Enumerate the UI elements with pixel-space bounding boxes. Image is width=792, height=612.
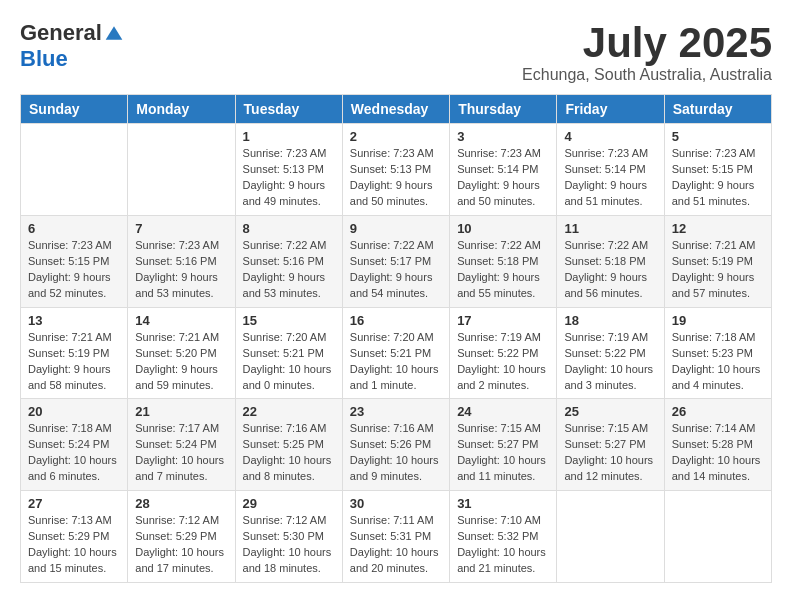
calendar-cell: 5Sunrise: 7:23 AMSunset: 5:15 PMDaylight… <box>664 124 771 216</box>
day-info: Sunrise: 7:23 AMSunset: 5:14 PMDaylight:… <box>457 146 549 210</box>
calendar-cell: 10Sunrise: 7:22 AMSunset: 5:18 PMDayligh… <box>450 215 557 307</box>
day-info: Sunrise: 7:23 AMSunset: 5:13 PMDaylight:… <box>243 146 335 210</box>
day-info: Sunrise: 7:12 AMSunset: 5:29 PMDaylight:… <box>135 513 227 577</box>
calendar-cell: 14Sunrise: 7:21 AMSunset: 5:20 PMDayligh… <box>128 307 235 399</box>
calendar-cell: 1Sunrise: 7:23 AMSunset: 5:13 PMDaylight… <box>235 124 342 216</box>
day-info: Sunrise: 7:14 AMSunset: 5:28 PMDaylight:… <box>672 421 764 485</box>
day-info: Sunrise: 7:23 AMSunset: 5:13 PMDaylight:… <box>350 146 442 210</box>
day-info: Sunrise: 7:17 AMSunset: 5:24 PMDaylight:… <box>135 421 227 485</box>
day-info: Sunrise: 7:21 AMSunset: 5:19 PMDaylight:… <box>28 330 120 394</box>
column-header-friday: Friday <box>557 95 664 124</box>
calendar-cell: 19Sunrise: 7:18 AMSunset: 5:23 PMDayligh… <box>664 307 771 399</box>
calendar-cell: 21Sunrise: 7:17 AMSunset: 5:24 PMDayligh… <box>128 399 235 491</box>
column-header-wednesday: Wednesday <box>342 95 449 124</box>
day-info: Sunrise: 7:19 AMSunset: 5:22 PMDaylight:… <box>564 330 656 394</box>
calendar-week-row: 1Sunrise: 7:23 AMSunset: 5:13 PMDaylight… <box>21 124 772 216</box>
title-block: July 2025 Echunga, South Australia, Aust… <box>522 20 772 84</box>
calendar-cell: 26Sunrise: 7:14 AMSunset: 5:28 PMDayligh… <box>664 399 771 491</box>
day-info: Sunrise: 7:22 AMSunset: 5:18 PMDaylight:… <box>564 238 656 302</box>
calendar-cell: 6Sunrise: 7:23 AMSunset: 5:15 PMDaylight… <box>21 215 128 307</box>
day-number: 30 <box>350 496 442 511</box>
calendar-cell: 3Sunrise: 7:23 AMSunset: 5:14 PMDaylight… <box>450 124 557 216</box>
day-info: Sunrise: 7:15 AMSunset: 5:27 PMDaylight:… <box>457 421 549 485</box>
day-info: Sunrise: 7:11 AMSunset: 5:31 PMDaylight:… <box>350 513 442 577</box>
calendar-cell: 29Sunrise: 7:12 AMSunset: 5:30 PMDayligh… <box>235 491 342 583</box>
day-info: Sunrise: 7:16 AMSunset: 5:25 PMDaylight:… <box>243 421 335 485</box>
calendar-cell: 15Sunrise: 7:20 AMSunset: 5:21 PMDayligh… <box>235 307 342 399</box>
calendar-cell <box>21 124 128 216</box>
day-number: 22 <box>243 404 335 419</box>
calendar-header-row: SundayMondayTuesdayWednesdayThursdayFrid… <box>21 95 772 124</box>
column-header-saturday: Saturday <box>664 95 771 124</box>
day-number: 28 <box>135 496 227 511</box>
calendar-cell: 27Sunrise: 7:13 AMSunset: 5:29 PMDayligh… <box>21 491 128 583</box>
calendar-cell: 2Sunrise: 7:23 AMSunset: 5:13 PMDaylight… <box>342 124 449 216</box>
day-number: 6 <box>28 221 120 236</box>
calendar-cell: 16Sunrise: 7:20 AMSunset: 5:21 PMDayligh… <box>342 307 449 399</box>
calendar-cell: 24Sunrise: 7:15 AMSunset: 5:27 PMDayligh… <box>450 399 557 491</box>
day-info: Sunrise: 7:20 AMSunset: 5:21 PMDaylight:… <box>350 330 442 394</box>
day-number: 4 <box>564 129 656 144</box>
calendar-cell: 25Sunrise: 7:15 AMSunset: 5:27 PMDayligh… <box>557 399 664 491</box>
day-info: Sunrise: 7:23 AMSunset: 5:14 PMDaylight:… <box>564 146 656 210</box>
day-number: 9 <box>350 221 442 236</box>
day-number: 23 <box>350 404 442 419</box>
day-number: 2 <box>350 129 442 144</box>
day-number: 13 <box>28 313 120 328</box>
calendar-cell: 31Sunrise: 7:10 AMSunset: 5:32 PMDayligh… <box>450 491 557 583</box>
day-number: 19 <box>672 313 764 328</box>
day-info: Sunrise: 7:13 AMSunset: 5:29 PMDaylight:… <box>28 513 120 577</box>
day-info: Sunrise: 7:10 AMSunset: 5:32 PMDaylight:… <box>457 513 549 577</box>
calendar-cell: 4Sunrise: 7:23 AMSunset: 5:14 PMDaylight… <box>557 124 664 216</box>
day-info: Sunrise: 7:22 AMSunset: 5:16 PMDaylight:… <box>243 238 335 302</box>
logo-blue-text: Blue <box>20 46 68 72</box>
column-header-thursday: Thursday <box>450 95 557 124</box>
calendar-cell: 11Sunrise: 7:22 AMSunset: 5:18 PMDayligh… <box>557 215 664 307</box>
column-header-monday: Monday <box>128 95 235 124</box>
calendar-week-row: 6Sunrise: 7:23 AMSunset: 5:15 PMDaylight… <box>21 215 772 307</box>
day-number: 17 <box>457 313 549 328</box>
day-info: Sunrise: 7:18 AMSunset: 5:23 PMDaylight:… <box>672 330 764 394</box>
day-number: 24 <box>457 404 549 419</box>
day-number: 11 <box>564 221 656 236</box>
day-number: 1 <box>243 129 335 144</box>
calendar-cell: 28Sunrise: 7:12 AMSunset: 5:29 PMDayligh… <box>128 491 235 583</box>
svg-marker-0 <box>106 26 123 39</box>
calendar-cell: 13Sunrise: 7:21 AMSunset: 5:19 PMDayligh… <box>21 307 128 399</box>
calendar-cell <box>664 491 771 583</box>
day-info: Sunrise: 7:21 AMSunset: 5:19 PMDaylight:… <box>672 238 764 302</box>
day-info: Sunrise: 7:12 AMSunset: 5:30 PMDaylight:… <box>243 513 335 577</box>
calendar-cell: 12Sunrise: 7:21 AMSunset: 5:19 PMDayligh… <box>664 215 771 307</box>
logo-icon <box>104 23 124 43</box>
day-number: 27 <box>28 496 120 511</box>
calendar-cell: 7Sunrise: 7:23 AMSunset: 5:16 PMDaylight… <box>128 215 235 307</box>
day-number: 7 <box>135 221 227 236</box>
day-info: Sunrise: 7:21 AMSunset: 5:20 PMDaylight:… <box>135 330 227 394</box>
day-number: 18 <box>564 313 656 328</box>
calendar-week-row: 13Sunrise: 7:21 AMSunset: 5:19 PMDayligh… <box>21 307 772 399</box>
day-number: 20 <box>28 404 120 419</box>
calendar-cell: 30Sunrise: 7:11 AMSunset: 5:31 PMDayligh… <box>342 491 449 583</box>
day-number: 16 <box>350 313 442 328</box>
day-info: Sunrise: 7:20 AMSunset: 5:21 PMDaylight:… <box>243 330 335 394</box>
calendar-cell: 9Sunrise: 7:22 AMSunset: 5:17 PMDaylight… <box>342 215 449 307</box>
day-info: Sunrise: 7:15 AMSunset: 5:27 PMDaylight:… <box>564 421 656 485</box>
day-info: Sunrise: 7:22 AMSunset: 5:17 PMDaylight:… <box>350 238 442 302</box>
location-text: Echunga, South Australia, Australia <box>522 66 772 84</box>
day-info: Sunrise: 7:22 AMSunset: 5:18 PMDaylight:… <box>457 238 549 302</box>
day-number: 15 <box>243 313 335 328</box>
calendar-week-row: 27Sunrise: 7:13 AMSunset: 5:29 PMDayligh… <box>21 491 772 583</box>
page-header: General Blue July 2025 Echunga, South Au… <box>20 20 772 84</box>
calendar-cell: 23Sunrise: 7:16 AMSunset: 5:26 PMDayligh… <box>342 399 449 491</box>
logo: General Blue <box>20 20 124 72</box>
day-number: 14 <box>135 313 227 328</box>
day-number: 25 <box>564 404 656 419</box>
calendar-week-row: 20Sunrise: 7:18 AMSunset: 5:24 PMDayligh… <box>21 399 772 491</box>
day-info: Sunrise: 7:23 AMSunset: 5:15 PMDaylight:… <box>672 146 764 210</box>
day-info: Sunrise: 7:23 AMSunset: 5:16 PMDaylight:… <box>135 238 227 302</box>
day-number: 21 <box>135 404 227 419</box>
calendar-cell: 20Sunrise: 7:18 AMSunset: 5:24 PMDayligh… <box>21 399 128 491</box>
calendar-cell: 8Sunrise: 7:22 AMSunset: 5:16 PMDaylight… <box>235 215 342 307</box>
calendar-cell <box>128 124 235 216</box>
calendar-cell: 17Sunrise: 7:19 AMSunset: 5:22 PMDayligh… <box>450 307 557 399</box>
